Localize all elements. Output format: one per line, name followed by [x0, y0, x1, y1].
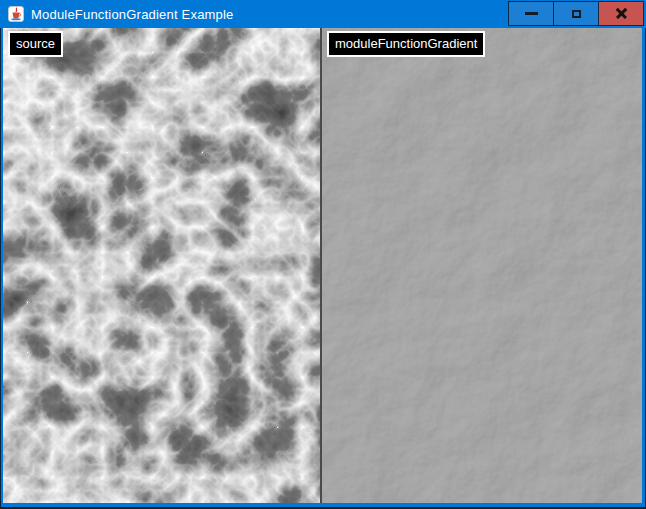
- image-canvas-area: source moduleFunct: [3, 28, 642, 503]
- app-window: ModuleFunctionGradient Example: [0, 0, 646, 509]
- maximize-icon: [572, 10, 581, 18]
- source-noise-image: [3, 28, 320, 503]
- source-image-panel: source: [3, 28, 320, 503]
- window-titlebar[interactable]: ModuleFunctionGradient Example: [0, 0, 646, 28]
- module-function-gradient-label: moduleFunctionGradient: [327, 31, 485, 57]
- close-button[interactable]: [598, 1, 644, 26]
- minimize-icon: [525, 12, 538, 15]
- close-icon: [615, 7, 628, 20]
- module-function-gradient-panel: moduleFunctionGradient: [322, 28, 642, 503]
- java-coffee-cup-icon: [8, 6, 24, 22]
- minimize-button[interactable]: [508, 1, 554, 26]
- maximize-button[interactable]: [553, 1, 599, 26]
- window-title: ModuleFunctionGradient Example: [31, 7, 234, 22]
- module-function-gradient-image: [322, 28, 642, 503]
- window-controls: [509, 1, 644, 26]
- source-image-label: source: [8, 31, 63, 57]
